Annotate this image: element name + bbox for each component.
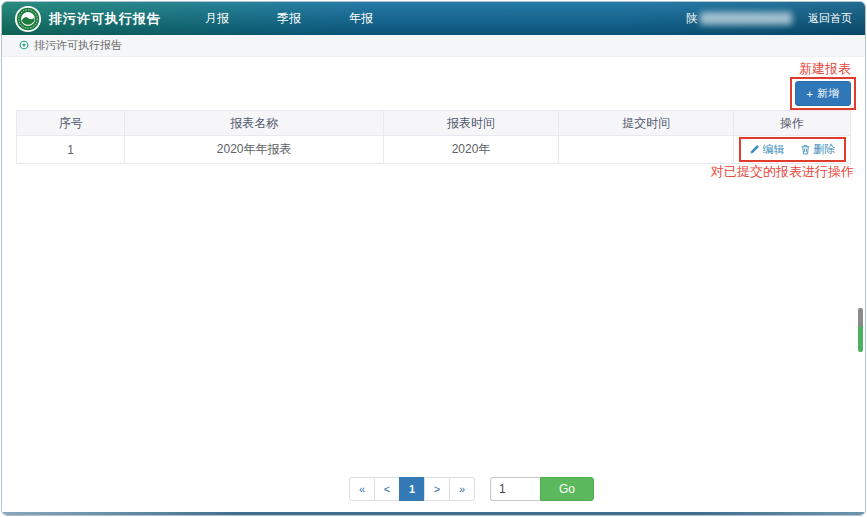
page-jump-group: Go xyxy=(490,477,594,501)
annotation-new-report: 新建报表 xyxy=(799,60,851,78)
prev-page-button[interactable]: < xyxy=(374,477,400,501)
menu-item-annual-report[interactable]: 年报 xyxy=(349,10,373,27)
app-window: 排污许可执行报告 月报 季报 年报 陕 返回首页 排污许可执行报告 新建报表 xyxy=(1,1,866,516)
navbar-right: 陕 返回首页 xyxy=(686,11,852,26)
add-button-label: 新增 xyxy=(817,86,839,101)
col-header-report-name: 报表名称 xyxy=(125,111,384,136)
annotation-operate-hint: 对已提交的报表进行操作 xyxy=(711,163,854,181)
page-1-button[interactable]: 1 xyxy=(399,477,425,501)
cell-actions: 编辑 删除 xyxy=(734,136,851,164)
next-page-button[interactable]: > xyxy=(424,477,450,501)
col-header-actions: 操作 xyxy=(734,111,851,136)
annotation-box-row-actions: 编辑 删除 xyxy=(739,137,846,162)
col-header-index: 序号 xyxy=(17,111,125,136)
report-table: 序号 报表名称 报表时间 提交时间 操作 1 2020年年报表 2020年 xyxy=(16,110,851,164)
cell-submit-time xyxy=(559,136,734,164)
annotation-box-add-button: + 新增 xyxy=(790,77,856,110)
scrollbar-thumb[interactable] xyxy=(858,308,863,352)
table-row: 1 2020年年报表 2020年 编辑 xyxy=(17,136,851,164)
scrollbar-thumb-bottom xyxy=(858,326,863,352)
cell-index: 1 xyxy=(17,136,125,164)
top-navbar: 排污许可执行报告 月报 季报 年报 陕 返回首页 xyxy=(2,2,865,35)
trash-icon xyxy=(800,144,811,155)
menu-item-quarterly-report[interactable]: 季报 xyxy=(277,10,301,27)
return-home-link[interactable]: 返回首页 xyxy=(808,11,852,26)
location-marker-icon xyxy=(19,40,29,52)
company-name: 陕 xyxy=(686,11,792,26)
edit-label: 编辑 xyxy=(763,142,785,157)
go-button[interactable]: Go xyxy=(540,477,594,501)
last-page-button[interactable]: » xyxy=(449,477,475,501)
pagination: « < 1 > » Go xyxy=(349,477,594,501)
first-page-button[interactable]: « xyxy=(349,477,375,501)
scrollbar-thumb-top xyxy=(858,308,863,326)
environment-agency-logo-icon xyxy=(15,6,41,32)
breadcrumb-label: 排污许可执行报告 xyxy=(34,38,122,53)
col-header-report-time: 报表时间 xyxy=(383,111,558,136)
cell-report-name: 2020年年报表 xyxy=(125,136,384,164)
edit-button[interactable]: 编辑 xyxy=(749,142,785,157)
delete-button[interactable]: 删除 xyxy=(800,142,836,157)
report-table-wrap: 序号 报表名称 报表时间 提交时间 操作 1 2020年年报表 2020年 xyxy=(2,57,865,164)
redacted-company-name xyxy=(700,12,792,25)
main-menu: 月报 季报 年报 xyxy=(205,10,373,27)
main-content: 新建报表 + 新增 序号 报表名称 报表时间 提交时间 操作 xyxy=(2,57,865,515)
breadcrumb: 排污许可执行报告 xyxy=(2,35,865,57)
col-header-submit-time: 提交时间 xyxy=(559,111,734,136)
table-header-row: 序号 报表名称 报表时间 提交时间 操作 xyxy=(17,111,851,136)
cell-report-time: 2020年 xyxy=(383,136,558,164)
app-title: 排污许可执行报告 xyxy=(49,10,161,28)
add-report-button[interactable]: + 新增 xyxy=(795,81,851,106)
menu-item-monthly-report[interactable]: 月报 xyxy=(205,10,229,27)
page-jump-input[interactable] xyxy=(490,477,540,501)
plus-icon: + xyxy=(807,88,813,100)
company-name-prefix: 陕 xyxy=(686,11,697,26)
pager-buttons: « < 1 > » xyxy=(349,477,475,501)
delete-label: 删除 xyxy=(814,142,836,157)
window-bottom-border xyxy=(2,512,865,515)
pagination-row: « < 1 > » Go xyxy=(2,477,865,501)
pencil-icon xyxy=(749,144,760,155)
